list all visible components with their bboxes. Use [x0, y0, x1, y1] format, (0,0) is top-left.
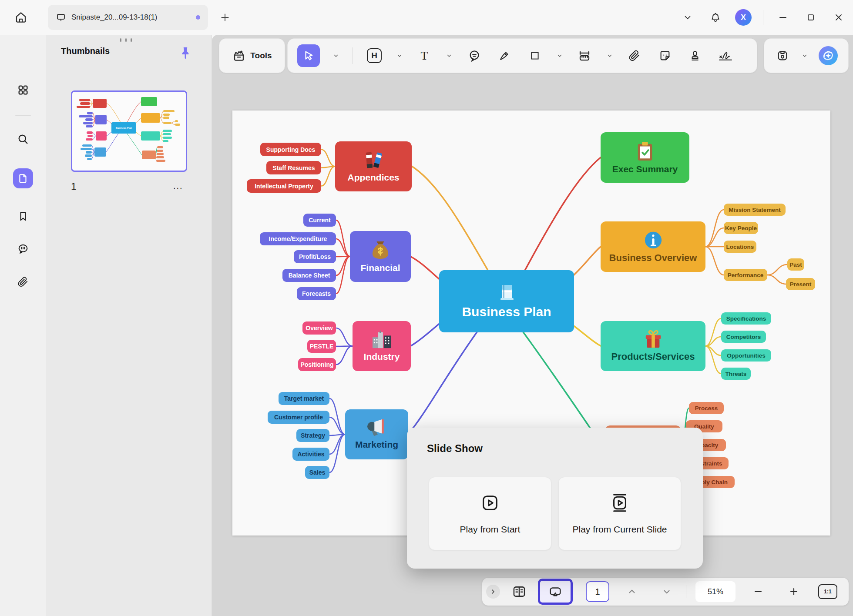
- mindmap-subtopic[interactable]: Current: [303, 214, 336, 227]
- mindmap-subtopic[interactable]: [163, 114, 169, 116]
- mindmap-subtopic[interactable]: [77, 106, 90, 108]
- mindmap-subtopic[interactable]: Mission Statement: [724, 204, 786, 216]
- highlight-tool-button[interactable]: H: [366, 47, 383, 64]
- close-button[interactable]: [830, 9, 847, 26]
- mindmap-branch-products-services[interactable]: [141, 131, 160, 141]
- mindmap-subtopic[interactable]: Sales: [305, 466, 329, 479]
- comment-tool-button[interactable]: [466, 47, 483, 64]
- mindmap-subtopic[interactable]: [87, 112, 93, 114]
- actual-size-button[interactable]: 1:1: [818, 584, 837, 599]
- highlight-tool-dropdown[interactable]: [396, 47, 403, 64]
- measure-tool-button[interactable]: [576, 47, 593, 64]
- mindmap-subtopic[interactable]: [157, 146, 164, 148]
- select-tool-dropdown[interactable]: [332, 47, 339, 64]
- mindmap-subtopic[interactable]: Specifications: [721, 312, 771, 325]
- zoom-out-button[interactable]: [749, 578, 768, 606]
- mindmap-subtopic[interactable]: Threats: [721, 368, 751, 380]
- mindmap-subtopic[interactable]: Target market: [279, 392, 329, 405]
- attachments-button[interactable]: [13, 272, 33, 292]
- mindmap-branch-marketing[interactable]: [94, 147, 106, 157]
- new-tab-button[interactable]: [216, 8, 234, 27]
- text-tool-dropdown[interactable]: [446, 47, 453, 64]
- mindmap-branch-industry[interactable]: Industry: [353, 321, 411, 371]
- mindmap-subtopic[interactable]: [163, 122, 171, 124]
- mindmap-subtopic[interactable]: [175, 124, 180, 126]
- mindmap-subtopic[interactable]: [86, 125, 93, 127]
- mindmap-subtopic[interactable]: [87, 158, 91, 160]
- mindmap-branch-business-overview[interactable]: Business Overview: [601, 221, 705, 272]
- mindmap-subtopic[interactable]: Key People: [724, 222, 758, 234]
- mindmap-subtopic[interactable]: [156, 156, 165, 158]
- zoom-level[interactable]: 51%: [695, 581, 735, 602]
- measure-tool-dropdown[interactable]: [606, 47, 613, 64]
- panel-drag-handle[interactable]: [120, 38, 132, 42]
- shape-tool-dropdown[interactable]: [556, 47, 563, 64]
- pin-panel-button[interactable]: [177, 44, 194, 62]
- mindmap-subtopic[interactable]: Supporting Docs: [260, 143, 321, 156]
- mindmap-subtopic[interactable]: [80, 102, 90, 105]
- avatar[interactable]: X: [735, 9, 752, 26]
- mindmap-branch-financial[interactable]: Financial: [350, 231, 411, 282]
- mindmap-subtopic[interactable]: Income/Expenditure: [260, 232, 336, 245]
- mindmap-subtopic[interactable]: [157, 153, 164, 155]
- ai-assistant-button[interactable]: [818, 45, 839, 66]
- mindmap-subtopic[interactable]: Strategy: [296, 429, 329, 442]
- page-number-input[interactable]: 1: [586, 581, 609, 602]
- document-tab[interactable]: Snipaste_20...09-13-18(1): [48, 5, 208, 30]
- thumbnail-more-button[interactable]: ...: [173, 181, 183, 191]
- mindmap-branch-operations[interactable]: [142, 151, 156, 159]
- mindmap-subtopic[interactable]: [86, 151, 92, 153]
- mindmap-subtopic[interactable]: Forecasts: [297, 287, 336, 300]
- mindmap-branch-appendices[interactable]: Appendices: [335, 141, 412, 191]
- thumbnails-panel-button[interactable]: [13, 168, 33, 188]
- mindmap-subtopic[interactable]: PESTLE: [307, 340, 336, 353]
- mindmap-branch-exec-summary[interactable]: Exec Summary: [601, 132, 689, 183]
- tools-button[interactable]: Tools: [219, 38, 285, 73]
- mindmap-branch-exec-summary[interactable]: [141, 97, 157, 106]
- attach-tool-button[interactable]: [626, 47, 643, 64]
- mindmap-center-topic[interactable]: Business Plan: [439, 270, 574, 332]
- mindmap-subtopic[interactable]: [79, 99, 90, 101]
- text-tool-button[interactable]: T: [416, 47, 433, 64]
- mindmap-branch-appendices[interactable]: [93, 99, 107, 108]
- mindmap-subtopic[interactable]: Customer profile: [268, 411, 329, 424]
- mindmap-subtopic[interactable]: [157, 150, 163, 152]
- mindmap-subtopic[interactable]: [163, 130, 172, 132]
- mindmap-subtopic[interactable]: [85, 118, 93, 121]
- mindmap-subtopic[interactable]: [83, 122, 93, 124]
- maximize-button[interactable]: [803, 9, 819, 26]
- mindmap-subtopic[interactable]: [163, 117, 169, 119]
- mindmap-subtopic[interactable]: Process: [689, 402, 724, 414]
- comments-button[interactable]: [13, 239, 33, 259]
- shape-tool-button[interactable]: [526, 47, 544, 64]
- select-tool-button[interactable]: [297, 44, 320, 67]
- mindmap-subtopic[interactable]: [85, 154, 91, 157]
- sticker-tool-button[interactable]: [656, 47, 674, 64]
- mindmap-subtopic[interactable]: [87, 135, 93, 137]
- mindmap-subtopic[interactable]: [163, 140, 168, 142]
- mindmap-branch-industry[interactable]: [96, 131, 106, 141]
- pen-tool-button[interactable]: [496, 47, 513, 64]
- mindmap-subtopic[interactable]: Positioning: [298, 358, 336, 371]
- mindmap-subtopic[interactable]: [82, 144, 91, 147]
- mindmap-subtopic[interactable]: Overview: [302, 321, 336, 335]
- slide-show-button[interactable]: [538, 579, 573, 605]
- mindmap-branch-products-services[interactable]: Products/Services: [601, 321, 705, 371]
- mindmap-branch-business-overview[interactable]: [141, 113, 160, 122]
- save-button[interactable]: [774, 47, 791, 64]
- apps-grid-button[interactable]: [13, 80, 33, 100]
- previous-page-button[interactable]: [622, 578, 641, 606]
- mindmap-subtopic[interactable]: [163, 133, 171, 135]
- mindmap-subtopic[interactable]: Present: [786, 278, 815, 290]
- mindmap-subtopic[interactable]: [156, 160, 165, 162]
- play-from-start-button[interactable]: Play from Start: [429, 477, 551, 550]
- mindmap-subtopic[interactable]: Profit/Loss: [294, 250, 336, 263]
- mindmap-subtopic[interactable]: Performance: [724, 269, 767, 281]
- thumbnail-card[interactable]: Business Plan: [71, 90, 187, 172]
- mindmap-subtopic[interactable]: Past: [787, 258, 804, 271]
- reader-view-button[interactable]: [509, 578, 529, 606]
- mindmap-subtopic[interactable]: [175, 120, 178, 122]
- zoom-in-button[interactable]: [784, 578, 803, 606]
- mindmap-subtopic[interactable]: [79, 115, 93, 117]
- mindmap-center-topic[interactable]: Business Plan: [111, 122, 136, 134]
